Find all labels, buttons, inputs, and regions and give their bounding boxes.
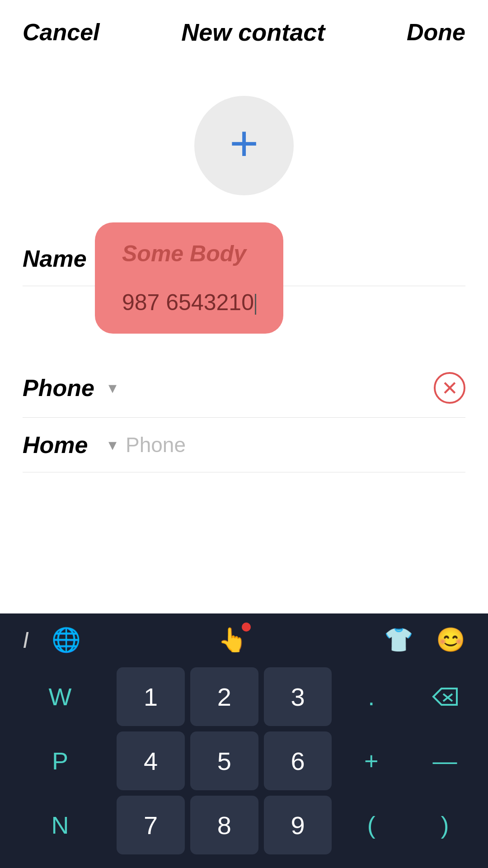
keyboard-rows: W 1 2 3 . P 4 5 6 + — N [0, 663, 488, 868]
home-phone-placeholder: Phone [126, 433, 186, 457]
text-cursor [255, 294, 256, 315]
key-plus[interactable]: + [337, 731, 405, 790]
key-7[interactable]: 7 [117, 796, 185, 854]
name-row: Name Some Body 987 6543210 [23, 231, 465, 286]
mic-button[interactable]: 👆 [218, 626, 247, 654]
key-5[interactable]: 5 [190, 731, 258, 790]
key-6[interactable]: 6 [264, 731, 332, 790]
key-3[interactable]: 3 [264, 667, 332, 726]
key-dot[interactable]: . [337, 667, 405, 726]
home-phone-input[interactable]: Phone [126, 433, 465, 457]
cancel-button[interactable]: Cancel [23, 19, 100, 46]
phone-row: Phone ▾ ✕ [23, 359, 465, 418]
form-section: Name Some Body 987 6543210 Phone ▾ ✕ Hom… [0, 231, 488, 472]
phone-label: Phone [23, 374, 104, 401]
recording-dot [242, 623, 251, 632]
keyboard: I 🌐 👆 👕 😊 W 1 2 3 . [0, 613, 488, 868]
key-2[interactable]: 2 [190, 667, 258, 726]
home-row: Home ▾ Phone [23, 418, 465, 472]
key-N[interactable]: N [9, 796, 111, 854]
key-close-paren[interactable]: ) [411, 796, 479, 854]
avatar-section: + [0, 60, 488, 231]
keyboard-row-1: W 1 2 3 . [9, 667, 479, 726]
header: Cancel New contact Done [0, 0, 488, 60]
key-9[interactable]: 9 [264, 796, 332, 854]
key-4[interactable]: 4 [117, 731, 185, 790]
phone-value-display: 987 6543210 [122, 289, 256, 316]
plus-icon: + [230, 118, 258, 168]
key-dash[interactable]: — [411, 731, 479, 790]
name-value-display: Some Body [122, 241, 256, 267]
key-W[interactable]: W [9, 667, 111, 726]
key-open-paren[interactable]: ( [337, 796, 405, 854]
key-1[interactable]: 1 [117, 667, 185, 726]
add-photo-button[interactable]: + [194, 96, 294, 195]
key-P[interactable]: P [9, 731, 111, 790]
clear-phone-button[interactable]: ✕ [434, 372, 465, 404]
keyboard-toolbar-right: 👕 😊 [384, 626, 465, 654]
name-label: Name [23, 245, 104, 272]
phone-type-dropdown[interactable]: ▾ [108, 378, 117, 397]
page-title: New contact [181, 18, 325, 46]
keyboard-toolbar-left: I 🌐 [23, 626, 81, 654]
done-button[interactable]: Done [407, 19, 465, 46]
field-tooltip-popup[interactable]: Some Body 987 6543210 [95, 222, 283, 334]
clear-icon: ✕ [441, 377, 458, 400]
cursor-mode-icon[interactable]: I [23, 627, 29, 653]
backspace-key[interactable] [411, 667, 479, 726]
keyboard-row-3: N 7 8 9 ( ) [9, 796, 479, 854]
keyboard-toolbar: I 🌐 👆 👕 😊 [0, 613, 488, 663]
home-type-dropdown[interactable]: ▾ [108, 435, 117, 454]
key-8[interactable]: 8 [190, 796, 258, 854]
globe-icon[interactable]: 🌐 [52, 626, 81, 654]
shirt-icon[interactable]: 👕 [384, 626, 413, 654]
emoji-icon[interactable]: 😊 [436, 626, 465, 654]
keyboard-row-2: P 4 5 6 + — [9, 731, 479, 790]
home-label: Home [23, 431, 104, 458]
